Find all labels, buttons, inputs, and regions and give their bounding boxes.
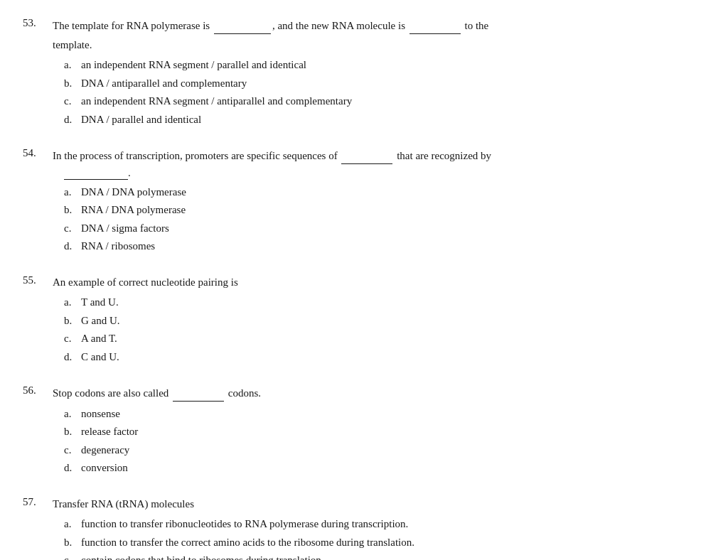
q56-options: a. nonsense b. release factor c. degener…	[64, 406, 705, 476]
q53-text3: to the	[465, 20, 489, 31]
q56-text-a: nonsense	[81, 406, 705, 422]
q56-number: 56.	[23, 384, 53, 402]
q56-letter-b: b.	[64, 424, 81, 440]
q53-letter-a: a.	[64, 57, 81, 73]
q55-option-d: d. C and U.	[64, 349, 705, 365]
q56-option-c: c. degeneracy	[64, 442, 705, 458]
q54-blank1	[341, 147, 392, 164]
q55-text-d: C and U.	[81, 349, 705, 365]
q53-text: The template for RNA polymerase is , and…	[53, 17, 705, 34]
q55-letter-c: c.	[64, 330, 81, 347]
q53-letter-c: c.	[64, 93, 81, 109]
q53-text1: The template for RNA polymerase is	[53, 20, 210, 31]
q53-option-c: c. an independent RNA segment / antipara…	[64, 93, 705, 109]
q54-letter-b: b.	[64, 202, 81, 218]
q56-text-c: degeneracy	[81, 442, 705, 458]
q57-text1: Transfer RNA (tRNA) molecules	[53, 498, 194, 510]
q54-letter-c: c.	[64, 220, 81, 237]
q54-text-d: RNA / ribosomes	[81, 238, 705, 254]
q54-option-c: c. DNA / sigma factors	[64, 220, 705, 237]
q56-text1: Stop codons are also called	[53, 387, 168, 399]
q54-text-b: RNA / DNA polymerase	[81, 202, 705, 218]
q55-text-a: T and U.	[81, 294, 705, 311]
q54-letter-d: d.	[64, 238, 81, 254]
q53-continuation: template.	[53, 37, 705, 53]
q54-text-a: DNA / DNA polymerase	[81, 184, 705, 200]
question-57: 57. Transfer RNA (tRNA) molecules a. fun…	[23, 496, 705, 561]
q55-text-b: G and U.	[81, 313, 705, 329]
q55-text: An example of correct nucleotide pairing…	[53, 274, 705, 291]
q54-option-d: d. RNA / ribosomes	[64, 238, 705, 254]
q56-option-b: b. release factor	[64, 424, 705, 440]
q54-text1: In the process of transcription, promote…	[53, 150, 338, 161]
q54-options: a. DNA / DNA polymerase b. RNA / DNA pol…	[64, 184, 705, 254]
q54-text: In the process of transcription, promote…	[53, 147, 705, 164]
q57-letter-b: b.	[64, 534, 81, 551]
question-53: 53. The template for RNA polymerase is ,…	[23, 17, 705, 127]
q57-option-b: b. function to transfer the correct amin…	[64, 534, 705, 551]
q56-option-d: d. conversion	[64, 460, 705, 476]
q55-options: a. T and U. b. G and U. c. A and T. d. C…	[64, 294, 705, 365]
q53-option-d: d. DNA / parallel and identical	[64, 112, 705, 128]
q57-options: a. function to transfer ribonucleotides …	[64, 516, 705, 560]
q55-text1: An example of correct nucleotide pairing…	[53, 276, 238, 288]
q56-letter-a: a.	[64, 406, 81, 422]
q55-letter-a: a.	[64, 294, 81, 311]
q55-option-a: a. T and U.	[64, 294, 705, 311]
q53-options: a. an independent RNA segment / parallel…	[64, 57, 705, 127]
q57-letter-c: c.	[64, 552, 81, 560]
q55-text-c: A and T.	[81, 330, 705, 347]
q53-text-c: an independent RNA segment / antiparalle…	[81, 93, 705, 109]
q55-letter-b: b.	[64, 313, 81, 329]
q53-number: 53.	[23, 17, 53, 34]
q56-blank1	[173, 384, 224, 402]
q56-text-b: release factor	[81, 424, 705, 440]
q54-option-a: a. DNA / DNA polymerase	[64, 184, 705, 200]
q55-option-b: b. G and U.	[64, 313, 705, 329]
question-55: 55. An example of correct nucleotide pai…	[23, 274, 705, 365]
question-54: 54. In the process of transcription, pro…	[23, 147, 705, 254]
q56-letter-c: c.	[64, 442, 81, 458]
q57-number: 57.	[23, 496, 53, 512]
q56-letter-d: d.	[64, 460, 81, 476]
q55-number: 55.	[23, 274, 53, 291]
q57-text-b: function to transfer the correct amino a…	[81, 534, 705, 551]
q54-letter-a: a.	[64, 184, 81, 200]
q54-text2: that are recognized by	[397, 150, 491, 161]
q54-number: 54.	[23, 147, 53, 164]
q56-text: Stop codons are also called codons.	[53, 384, 705, 402]
q53-blank1	[214, 17, 271, 34]
q53-option-a: a. an independent RNA segment / parallel…	[64, 57, 705, 73]
q54-option-b: b. RNA / DNA polymerase	[64, 202, 705, 218]
q56-text2: codons.	[228, 387, 261, 399]
question-56: 56. Stop codons are also called codons. …	[23, 384, 705, 476]
q53-letter-d: d.	[64, 112, 81, 128]
q55-option-c: c. A and T.	[64, 330, 705, 347]
q55-letter-d: d.	[64, 349, 81, 365]
q53-text-a: an independent RNA segment / parallel an…	[81, 57, 705, 73]
q53-blank2	[410, 17, 461, 34]
q54-underline-continuation: .	[64, 167, 705, 180]
q53-option-b: b. DNA / antiparallel and complementary	[64, 75, 705, 92]
q56-option-a: a. nonsense	[64, 406, 705, 422]
q53-text-b: DNA / antiparallel and complementary	[81, 75, 705, 92]
q53-text-d: DNA / parallel and identical	[81, 112, 705, 128]
q57-text-a: function to transfer ribonucleotides to …	[81, 516, 705, 532]
q57-option-c: c. contain codons that bind to ribosomes…	[64, 552, 705, 560]
q57-option-a: a. function to transfer ribonucleotides …	[64, 516, 705, 532]
q53-letter-b: b.	[64, 75, 81, 92]
q57-text: Transfer RNA (tRNA) molecules	[53, 496, 705, 512]
q57-text-c: contain codons that bind to ribosomes du…	[81, 552, 705, 560]
q53-text2: , and the new RNA molecule is	[272, 20, 405, 31]
q57-letter-a: a.	[64, 516, 81, 532]
q54-text-c: DNA / sigma factors	[81, 220, 705, 237]
q56-text-d: conversion	[81, 460, 705, 476]
